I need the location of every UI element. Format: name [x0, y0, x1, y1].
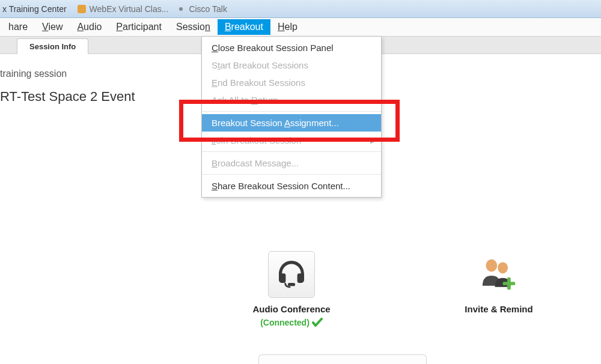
- dd-join-session: Join Breakout Session▶: [202, 132, 381, 149]
- svg-point-1: [486, 259, 497, 272]
- audio-status: (Connected): [260, 318, 323, 327]
- menu-breakout[interactable]: Breakout: [218, 19, 270, 35]
- svg-point-2: [498, 262, 508, 273]
- dd-assignment[interactable]: Breakout Session Assignment...: [202, 114, 381, 132]
- dd-share-content[interactable]: Share Breakout Session Content...: [202, 177, 381, 195]
- browser-tab-2[interactable]: Cisco Talk: [189, 4, 227, 14]
- dd-separator-2: [202, 151, 381, 152]
- app-title: x Training Center: [2, 4, 67, 14]
- svg-rect-4: [503, 282, 516, 285]
- menu-help[interactable]: Help: [270, 19, 305, 35]
- invite-remind-label: Invite & Remind: [465, 304, 532, 314]
- quick-actions-row: Audio Conference (Connected): [0, 251, 601, 327]
- audio-conference-block[interactable]: Audio Conference (Connected): [240, 251, 343, 327]
- dd-separator: [202, 111, 381, 112]
- menu-bar: hare View Audio Participant Session Brea…: [0, 18, 601, 36]
- favicon-icon: [78, 5, 86, 13]
- window-titlebar: x Training Center WebEx Virtual Clas... …: [0, 0, 601, 18]
- tab-separator-icon: [179, 7, 183, 11]
- menu-participant[interactable]: Participant: [109, 19, 169, 35]
- checkmark-icon: [312, 318, 323, 327]
- audio-conference-label: Audio Conference: [252, 304, 330, 314]
- bottom-panel-edge: [258, 354, 427, 364]
- menu-audio[interactable]: Audio: [70, 19, 109, 35]
- menu-view[interactable]: View: [35, 19, 70, 35]
- svg-rect-0: [288, 283, 295, 286]
- invite-remind-block[interactable]: Invite & Remind: [448, 251, 550, 327]
- dd-separator-3: [202, 174, 381, 175]
- people-plus-icon: [475, 251, 522, 298]
- tab-session-info[interactable]: Session Info: [17, 38, 88, 54]
- dd-start-sessions: Start Breakout Sessions: [202, 56, 381, 74]
- dd-end-sessions: End Breakout Sessions: [202, 74, 381, 91]
- dd-ask-return: Ask All to Return: [202, 91, 381, 109]
- dd-broadcast: Broadcast Message...: [202, 154, 381, 172]
- menu-share[interactable]: hare: [1, 19, 35, 35]
- dd-close-panel[interactable]: Close Breakout Session Panel: [202, 39, 381, 56]
- headset-icon: [268, 251, 315, 298]
- menu-session[interactable]: Session: [169, 19, 218, 35]
- breakout-dropdown-menu: Close Breakout Session Panel Start Break…: [201, 36, 382, 198]
- browser-tab-1[interactable]: WebEx Virtual Clas...: [78, 4, 169, 14]
